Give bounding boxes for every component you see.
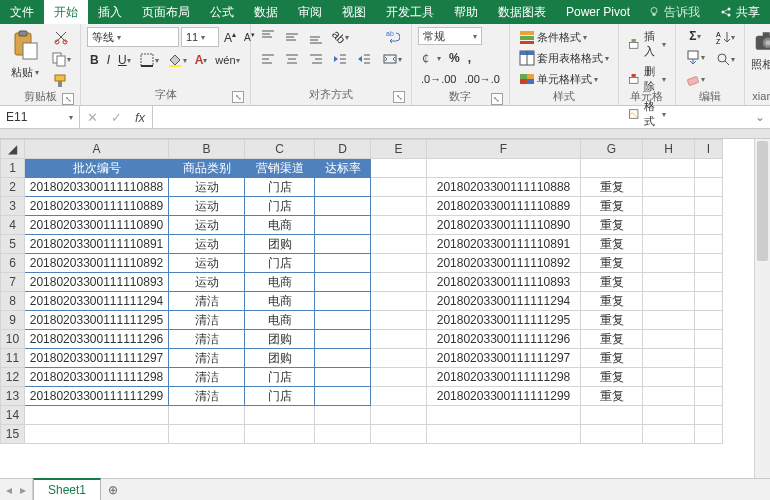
cell[interactable]: 20180203300111111294 xyxy=(25,292,169,311)
cell[interactable]: 营销渠道 xyxy=(245,159,315,178)
cell[interactable]: 批次编号 xyxy=(25,159,169,178)
cell[interactable]: 重复 xyxy=(581,235,643,254)
cell[interactable] xyxy=(315,292,371,311)
copy-button[interactable]: ▾ xyxy=(48,49,74,69)
cell[interactable] xyxy=(695,425,723,444)
sheet-tab-active[interactable]: Sheet1 xyxy=(33,478,101,500)
tab-review[interactable]: 审阅 xyxy=(288,0,332,24)
cell[interactable] xyxy=(315,387,371,406)
cell[interactable]: 20180203300111110890 xyxy=(25,216,169,235)
align-bottom-button[interactable] xyxy=(305,27,327,47)
cell[interactable] xyxy=(643,311,695,330)
cell[interactable]: 清洁 xyxy=(169,349,245,368)
cell[interactable] xyxy=(315,216,371,235)
cell[interactable]: 20180203300111111294 xyxy=(427,292,581,311)
align-left-button[interactable] xyxy=(257,49,279,69)
cell[interactable] xyxy=(169,425,245,444)
cell[interactable]: 20180203300111110893 xyxy=(427,273,581,292)
cell[interactable]: 团购 xyxy=(245,349,315,368)
autosum-button[interactable]: Σ▾ xyxy=(682,27,708,45)
cell[interactable] xyxy=(695,311,723,330)
fill-color-button[interactable]: ▾ xyxy=(164,50,190,70)
cell[interactable] xyxy=(695,387,723,406)
accounting-format-button[interactable]: ₵▾ xyxy=(418,48,444,68)
cell[interactable] xyxy=(695,159,723,178)
sort-filter-button[interactable]: AZ▾ xyxy=(712,27,738,47)
cell[interactable] xyxy=(695,197,723,216)
cell[interactable]: 清洁 xyxy=(169,368,245,387)
row-header[interactable]: 15 xyxy=(1,425,25,444)
col-header-D[interactable]: D xyxy=(315,140,371,159)
row-header[interactable]: 13 xyxy=(1,387,25,406)
cell[interactable] xyxy=(371,254,427,273)
cell[interactable]: 20180203300111110888 xyxy=(25,178,169,197)
tab-help[interactable]: 帮助 xyxy=(444,0,488,24)
cell[interactable] xyxy=(643,425,695,444)
cell[interactable]: 20180203300111110891 xyxy=(25,235,169,254)
cell[interactable]: 20180203300111111297 xyxy=(25,349,169,368)
cell[interactable]: 重复 xyxy=(581,273,643,292)
cell[interactable]: 运动 xyxy=(169,197,245,216)
cell[interactable] xyxy=(643,178,695,197)
cancel-formula-button[interactable]: ✕ xyxy=(80,110,104,125)
cell[interactable] xyxy=(315,235,371,254)
cell[interactable]: 运动 xyxy=(169,235,245,254)
cell[interactable] xyxy=(371,387,427,406)
cell[interactable]: 20180203300111111299 xyxy=(25,387,169,406)
alignment-launcher[interactable]: ⤡ xyxy=(393,91,405,103)
cell[interactable]: 重复 xyxy=(581,254,643,273)
cell[interactable]: 重复 xyxy=(581,216,643,235)
cell[interactable]: 清洁 xyxy=(169,311,245,330)
tab-datachart[interactable]: 数据图表 xyxy=(488,0,556,24)
col-header-B[interactable]: B xyxy=(169,140,245,159)
cell[interactable]: 重复 xyxy=(581,387,643,406)
tab-home[interactable]: 开始 xyxy=(44,0,88,24)
cell[interactable] xyxy=(315,178,371,197)
col-header-C[interactable]: C xyxy=(245,140,315,159)
cell[interactable] xyxy=(427,159,581,178)
cell[interactable] xyxy=(315,406,371,425)
cell[interactable] xyxy=(643,330,695,349)
cell[interactable] xyxy=(315,273,371,292)
row-header[interactable]: 10 xyxy=(1,330,25,349)
font-name-select[interactable]: 等线▾ xyxy=(87,27,179,47)
cell[interactable] xyxy=(315,349,371,368)
cell[interactable]: 20180203300111111296 xyxy=(25,330,169,349)
row-header[interactable]: 11 xyxy=(1,349,25,368)
cell[interactable] xyxy=(371,368,427,387)
row-header[interactable]: 4 xyxy=(1,216,25,235)
col-header-A[interactable]: A xyxy=(25,140,169,159)
cell[interactable] xyxy=(695,406,723,425)
cell[interactable] xyxy=(315,425,371,444)
cell[interactable]: 重复 xyxy=(581,349,643,368)
cell[interactable]: 清洁 xyxy=(169,330,245,349)
orientation-button[interactable]: ab▾ xyxy=(329,28,352,46)
cell[interactable]: 20180203300111111299 xyxy=(427,387,581,406)
cell[interactable]: 20180203300111110893 xyxy=(25,273,169,292)
cell[interactable] xyxy=(643,292,695,311)
cell[interactable]: 团购 xyxy=(245,235,315,254)
name-box[interactable]: E11▾ xyxy=(0,106,80,128)
worksheet-grid[interactable]: ◢ABCDEFGHI1批次编号商品类别营销渠道达标率22018020330011… xyxy=(0,139,770,478)
align-center-button[interactable] xyxy=(281,49,303,69)
cell[interactable] xyxy=(643,197,695,216)
cell[interactable]: 20180203300111110889 xyxy=(427,197,581,216)
number-format-select[interactable]: 常规▾ xyxy=(418,27,482,45)
cell[interactable] xyxy=(695,330,723,349)
merge-center-button[interactable]: ▾ xyxy=(379,49,405,69)
cell[interactable] xyxy=(643,406,695,425)
row-header[interactable]: 12 xyxy=(1,368,25,387)
font-launcher[interactable]: ⤡ xyxy=(232,91,244,103)
col-header-I[interactable]: I xyxy=(695,140,723,159)
cell[interactable] xyxy=(371,311,427,330)
sheet-next-icon[interactable]: ▸ xyxy=(20,483,26,497)
cell[interactable] xyxy=(245,425,315,444)
vertical-scrollbar[interactable] xyxy=(754,139,770,478)
cell[interactable] xyxy=(643,368,695,387)
row-header[interactable]: 8 xyxy=(1,292,25,311)
cell[interactable] xyxy=(581,425,643,444)
col-header-F[interactable]: F xyxy=(427,140,581,159)
cell[interactable] xyxy=(25,406,169,425)
tab-view[interactable]: 视图 xyxy=(332,0,376,24)
cell[interactable]: 20180203300111111297 xyxy=(427,349,581,368)
